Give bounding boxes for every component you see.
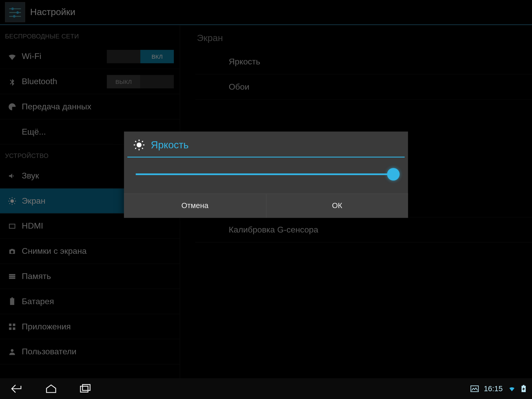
dialog-button-bar: Отмена ОК [124, 194, 408, 218]
brightness-icon [133, 139, 145, 151]
screenshot-indicator-icon [470, 385, 479, 392]
svg-line-29 [142, 148, 143, 149]
dialog-body [124, 157, 408, 194]
home-button[interactable] [40, 382, 62, 396]
svg-line-30 [135, 148, 136, 149]
battery-charging-icon [521, 385, 526, 393]
system-bar: 16:15 [0, 378, 532, 399]
svg-rect-36 [523, 385, 524, 386]
brightness-slider[interactable] [136, 174, 396, 175]
svg-point-23 [137, 143, 142, 148]
svg-rect-34 [471, 386, 478, 392]
status-clock: 16:15 [484, 384, 503, 393]
status-tray[interactable]: 16:15 [470, 384, 526, 393]
cancel-button[interactable]: Отмена [124, 194, 266, 218]
dialog-title: Яркость [151, 139, 189, 151]
svg-line-31 [142, 141, 143, 142]
recent-apps-button[interactable] [75, 382, 96, 396]
dialog-header: Яркость [124, 131, 408, 157]
back-button[interactable] [6, 382, 28, 396]
ok-button[interactable]: ОК [266, 194, 408, 218]
svg-line-28 [135, 141, 136, 142]
svg-rect-32 [81, 386, 88, 392]
slider-thumb[interactable] [387, 168, 400, 181]
wifi-status-icon [508, 385, 516, 392]
brightness-dialog: Яркость Отмена ОК [124, 131, 408, 218]
svg-rect-33 [83, 384, 90, 390]
